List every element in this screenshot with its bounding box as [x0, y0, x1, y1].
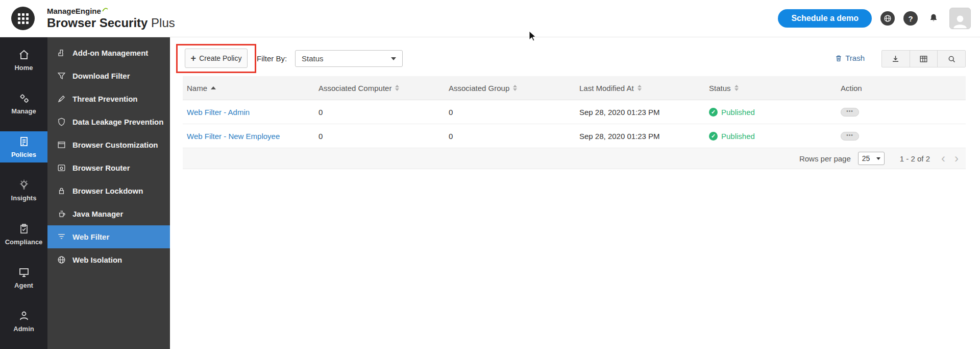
- last-modified-value: Sep 28, 2020 01:23 PM: [575, 108, 705, 117]
- prev-page-button[interactable]: ‹: [941, 153, 945, 164]
- column-header-associated-computer[interactable]: Associated Computer: [314, 84, 445, 92]
- sort-icon: [513, 85, 517, 91]
- user-avatar[interactable]: [949, 8, 971, 29]
- status-badge: ✓ Published: [705, 108, 837, 117]
- main-content: + Create Policy Filter By: Status Trash: [170, 37, 980, 349]
- shield-icon: [57, 117, 66, 127]
- person-icon: [951, 13, 969, 29]
- sort-icon: [395, 85, 399, 91]
- browser-security-plus-app: ManageEngine Browser Security Plus Sched…: [0, 0, 980, 349]
- create-policy-button[interactable]: + Create Policy: [185, 49, 248, 68]
- router-icon: [57, 163, 66, 173]
- associated-computer-count: 0: [314, 108, 445, 117]
- policies-table: Name Associated Computer Associated Grou…: [183, 76, 966, 169]
- sort-icon: [638, 85, 642, 91]
- sidebar-item-manage[interactable]: Manage: [0, 88, 47, 119]
- submenu-item-web-isolation[interactable]: Web Isolation: [47, 248, 170, 271]
- admin-icon: [18, 310, 30, 322]
- sidebar-item-policies[interactable]: Policies: [0, 131, 47, 162]
- status-badge: ✓ Published: [705, 132, 837, 141]
- submenu-item-browser-customization[interactable]: Browser Customization: [47, 133, 170, 156]
- submenu-item-data-leakage-prevention[interactable]: Data Leakage Prevention: [47, 110, 170, 133]
- filter-lines-icon: [57, 232, 66, 242]
- globe-icon: [884, 14, 892, 22]
- policy-name-link[interactable]: Web Filter - Admin: [183, 108, 314, 117]
- table-grid-icon: [919, 54, 928, 64]
- row-actions-button[interactable]: •••: [841, 132, 859, 141]
- schedule-demo-button[interactable]: Schedule a demo: [778, 9, 872, 28]
- search-button[interactable]: [938, 51, 965, 67]
- lock-icon: [57, 186, 66, 196]
- question-mark-icon: ?: [908, 14, 913, 23]
- policies-submenu: Add-on Management Download Filter Threat…: [47, 37, 170, 349]
- last-modified-value: Sep 28, 2020 01:23 PM: [575, 132, 705, 141]
- top-bar: ManageEngine Browser Security Plus Sched…: [0, 0, 980, 37]
- column-header-action: Action: [837, 84, 966, 92]
- globe-icon: [57, 255, 66, 265]
- sidebar-item-agent[interactable]: Agent: [0, 262, 47, 293]
- submenu-item-java-manager[interactable]: Java Manager: [47, 202, 170, 225]
- export-download-button[interactable]: [882, 51, 910, 67]
- submenu-item-addon-management[interactable]: Add-on Management: [47, 41, 170, 64]
- submenu-item-web-filter[interactable]: Web Filter: [47, 225, 170, 248]
- help-icon[interactable]: ?: [903, 11, 918, 26]
- associated-group-count: 0: [445, 108, 575, 117]
- gears-icon: [18, 92, 30, 104]
- next-page-button[interactable]: ›: [954, 153, 959, 164]
- submenu-item-threat-prevention[interactable]: Threat Prevention: [47, 87, 170, 110]
- swoosh-icon: [102, 7, 108, 12]
- plus-icon: +: [191, 54, 197, 63]
- pen-icon: [57, 94, 66, 104]
- window-icon: [57, 140, 66, 150]
- sidebar-item-home[interactable]: Home: [0, 44, 47, 76]
- associated-group-count: 0: [445, 132, 575, 141]
- java-cup-icon: [57, 209, 66, 219]
- rows-per-page-label: Rows per page: [799, 154, 851, 163]
- chevron-down-icon: [391, 57, 396, 60]
- sort-icon: [734, 85, 739, 91]
- funnel-icon: [57, 71, 66, 81]
- home-icon: [18, 49, 30, 61]
- sort-asc-icon: [211, 86, 216, 89]
- column-header-name[interactable]: Name: [183, 84, 314, 92]
- trash-link[interactable]: Trash: [835, 54, 865, 62]
- compliance-icon: [18, 223, 30, 235]
- column-chooser-button[interactable]: [910, 51, 938, 67]
- policies-icon: [18, 135, 30, 148]
- sidebar-item-admin[interactable]: Admin: [0, 306, 47, 337]
- sidebar-item-insights[interactable]: Insights: [0, 175, 47, 206]
- notifications-bell-icon[interactable]: [926, 11, 941, 26]
- table-tools: [881, 50, 966, 67]
- rows-per-page-select[interactable]: 25: [858, 152, 885, 165]
- policy-name-link[interactable]: Web Filter - New Employee: [183, 132, 314, 141]
- globe-language-icon[interactable]: [880, 11, 895, 26]
- column-header-status[interactable]: Status: [705, 84, 837, 92]
- bell-icon: [928, 13, 939, 24]
- search-icon: [947, 54, 957, 64]
- puzzle-icon: [57, 48, 66, 58]
- ellipsis-icon: •••: [846, 108, 853, 114]
- column-header-associated-group[interactable]: Associated Group: [445, 84, 575, 92]
- agent-icon: [18, 266, 30, 278]
- check-circle-icon: ✓: [709, 108, 718, 117]
- row-actions-button[interactable]: •••: [841, 108, 859, 117]
- primary-sidebar: Home Manage Policies Insights Compliance: [0, 37, 47, 349]
- trash-icon: [835, 54, 843, 62]
- check-circle-icon: ✓: [709, 132, 718, 141]
- ellipsis-icon: •••: [846, 132, 853, 138]
- app-launcher-button[interactable]: [11, 7, 35, 30]
- download-icon: [891, 54, 900, 64]
- insights-icon: [18, 179, 30, 191]
- submenu-item-browser-router[interactable]: Browser Router: [47, 156, 170, 179]
- column-header-last-modified[interactable]: Last Modified At: [575, 84, 705, 92]
- pagination-range: 1 - 2 of 2: [900, 154, 930, 163]
- table-header-row: Name Associated Computer Associated Grou…: [183, 76, 966, 100]
- product-title: Browser Security Plus: [47, 16, 175, 30]
- sidebar-item-compliance[interactable]: Compliance: [0, 219, 47, 250]
- submenu-item-browser-lockdown[interactable]: Browser Lockdown: [47, 179, 170, 202]
- table-row: Web Filter - New Employee 0 0 Sep 28, 20…: [183, 124, 966, 148]
- table-footer: Rows per page 25 1 - 2 of 2 ‹ ›: [183, 148, 966, 169]
- submenu-item-download-filter[interactable]: Download Filter: [47, 64, 170, 87]
- manageengine-logo-text: ManageEngine: [47, 7, 101, 16]
- status-filter-dropdown[interactable]: Status: [295, 50, 403, 67]
